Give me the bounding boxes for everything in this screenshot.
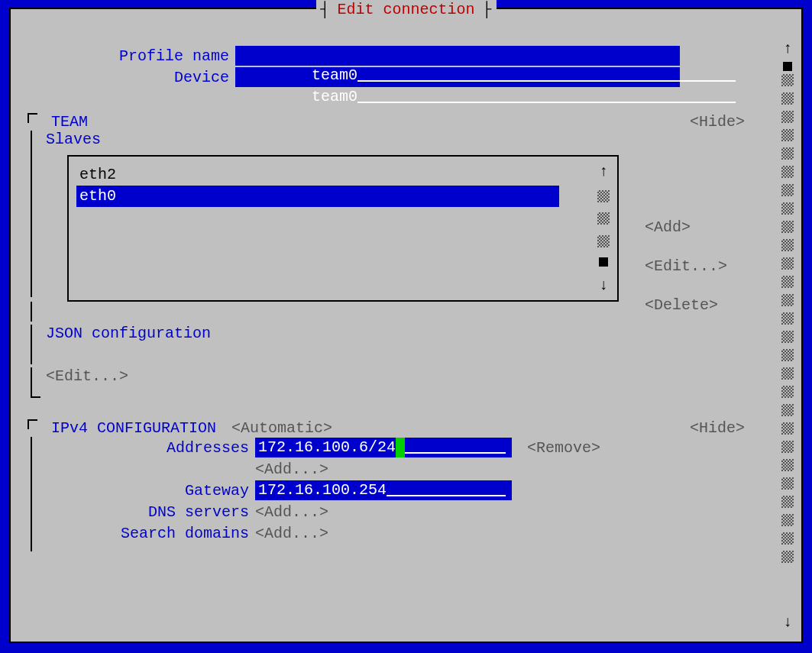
section-marker-icon (27, 113, 37, 123)
profile-name-label: Profile name (27, 47, 235, 65)
title-bar: ┤ Edit connection ├ (315, 0, 496, 20)
content-area: Profile name team0 Device team0 (27, 46, 774, 631)
slaves-scrollbar[interactable]: ↑ ↓ (596, 163, 611, 294)
scroll-down-icon[interactable]: ↓ (783, 613, 792, 631)
slave-edit-button[interactable]: <Edit...> (645, 257, 727, 275)
dns-label: DNS servers (46, 503, 255, 521)
gateway-label: Gateway (46, 482, 255, 499)
device-label: Device (27, 69, 235, 86)
addresses-label: Addresses (46, 439, 255, 457)
text-cursor-icon (396, 438, 405, 457)
search-add-button[interactable]: <Add...> (255, 525, 328, 542)
slave-delete-button[interactable]: <Delete> (645, 296, 727, 314)
title-sep-right: ├ (483, 1, 492, 18)
address-add-button[interactable]: <Add...> (255, 461, 328, 478)
slave-item-eth0[interactable]: eth0 (76, 186, 559, 207)
title-sep-left: ┤ (320, 1, 329, 18)
ipv4-section-title: IPv4 CONFIGURATION (51, 419, 216, 437)
slaves-listbox[interactable]: eth2 eth0 ↑ ↓ (67, 155, 619, 302)
window-title: Edit connection (329, 1, 482, 18)
dns-add-button[interactable]: <Add...> (255, 503, 328, 521)
scroll-up-icon[interactable]: ↑ (599, 163, 608, 180)
main-scrollbar[interactable]: ↑ ↓ (780, 40, 795, 631)
team-section-title: TEAM (51, 113, 88, 131)
json-config-label: JSON configuration (46, 325, 211, 344)
slave-item-eth2[interactable]: eth2 (76, 164, 610, 186)
team-hide-button[interactable]: <Hide> (690, 113, 745, 131)
json-edit-button[interactable]: <Edit...> (46, 367, 128, 387)
slaves-label: Slaves (46, 131, 101, 150)
scroll-down-icon[interactable]: ↓ (599, 276, 608, 294)
slave-add-button[interactable]: <Add> (645, 218, 727, 236)
ipv4-hide-button[interactable]: <Hide> (690, 419, 745, 437)
address-input[interactable]: 172.16.100.6/24 (255, 438, 512, 457)
dialog-window: ┤ Edit connection ├ ↑ ↓ Profile name tea… (9, 8, 803, 643)
profile-name-input[interactable]: team0 (235, 46, 680, 66)
scrollbar-thumb[interactable] (599, 257, 608, 267)
ipv4-mode-select[interactable]: <Automatic> (231, 419, 332, 437)
address-remove-button[interactable]: <Remove> (527, 439, 600, 457)
scroll-up-icon[interactable]: ↑ (783, 40, 792, 57)
search-domains-label: Search domains (46, 525, 255, 542)
gateway-input[interactable]: 172.16.100.254 (255, 480, 512, 500)
section-marker-icon (27, 419, 37, 429)
scrollbar-thumb[interactable] (783, 62, 792, 71)
